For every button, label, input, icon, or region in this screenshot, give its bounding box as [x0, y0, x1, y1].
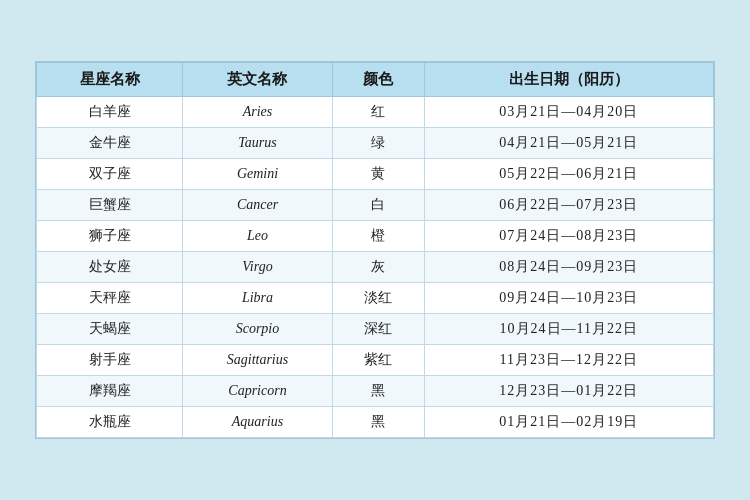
header-birth-date: 出生日期（阳历） [424, 63, 713, 97]
cell-english-name: Cancer [183, 190, 332, 221]
cell-dates: 07月24日—08月23日 [424, 221, 713, 252]
table-row: 白羊座Aries红03月21日—04月20日 [37, 97, 714, 128]
zodiac-table: 星座名称 英文名称 颜色 出生日期（阳历） 白羊座Aries红03月21日—04… [36, 62, 714, 438]
cell-color: 紫红 [332, 345, 424, 376]
cell-dates: 11月23日—12月22日 [424, 345, 713, 376]
cell-english-name: Virgo [183, 252, 332, 283]
cell-dates: 09月24日—10月23日 [424, 283, 713, 314]
cell-english-name: Aries [183, 97, 332, 128]
cell-chinese-name: 白羊座 [37, 97, 183, 128]
cell-color: 黑 [332, 376, 424, 407]
cell-english-name: Capricorn [183, 376, 332, 407]
cell-color: 绿 [332, 128, 424, 159]
cell-color: 淡红 [332, 283, 424, 314]
cell-dates: 10月24日—11月22日 [424, 314, 713, 345]
cell-dates: 05月22日—06月21日 [424, 159, 713, 190]
cell-chinese-name: 摩羯座 [37, 376, 183, 407]
table-row: 狮子座Leo橙07月24日—08月23日 [37, 221, 714, 252]
cell-color: 白 [332, 190, 424, 221]
cell-color: 红 [332, 97, 424, 128]
header-chinese-name: 星座名称 [37, 63, 183, 97]
cell-chinese-name: 双子座 [37, 159, 183, 190]
cell-english-name: Sagittarius [183, 345, 332, 376]
cell-english-name: Gemini [183, 159, 332, 190]
table-row: 射手座Sagittarius紫红11月23日—12月22日 [37, 345, 714, 376]
header-color: 颜色 [332, 63, 424, 97]
cell-chinese-name: 天秤座 [37, 283, 183, 314]
cell-chinese-name: 射手座 [37, 345, 183, 376]
table-row: 摩羯座Capricorn黑12月23日—01月22日 [37, 376, 714, 407]
table-body: 白羊座Aries红03月21日—04月20日金牛座Taurus绿04月21日—0… [37, 97, 714, 438]
cell-color: 深红 [332, 314, 424, 345]
table-row: 处女座Virgo灰08月24日—09月23日 [37, 252, 714, 283]
cell-dates: 06月22日—07月23日 [424, 190, 713, 221]
cell-english-name: Leo [183, 221, 332, 252]
cell-dates: 04月21日—05月21日 [424, 128, 713, 159]
table-row: 双子座Gemini黄05月22日—06月21日 [37, 159, 714, 190]
cell-dates: 12月23日—01月22日 [424, 376, 713, 407]
table-row: 巨蟹座Cancer白06月22日—07月23日 [37, 190, 714, 221]
cell-english-name: Libra [183, 283, 332, 314]
cell-chinese-name: 狮子座 [37, 221, 183, 252]
table-row: 水瓶座Aquarius黑01月21日—02月19日 [37, 407, 714, 438]
cell-chinese-name: 巨蟹座 [37, 190, 183, 221]
table-header-row: 星座名称 英文名称 颜色 出生日期（阳历） [37, 63, 714, 97]
cell-chinese-name: 水瓶座 [37, 407, 183, 438]
table-row: 天蝎座Scorpio深红10月24日—11月22日 [37, 314, 714, 345]
cell-english-name: Taurus [183, 128, 332, 159]
cell-chinese-name: 处女座 [37, 252, 183, 283]
cell-color: 灰 [332, 252, 424, 283]
header-english-name: 英文名称 [183, 63, 332, 97]
cell-dates: 01月21日—02月19日 [424, 407, 713, 438]
table-row: 金牛座Taurus绿04月21日—05月21日 [37, 128, 714, 159]
cell-chinese-name: 天蝎座 [37, 314, 183, 345]
cell-dates: 08月24日—09月23日 [424, 252, 713, 283]
cell-color: 黑 [332, 407, 424, 438]
table-row: 天秤座Libra淡红09月24日—10月23日 [37, 283, 714, 314]
cell-chinese-name: 金牛座 [37, 128, 183, 159]
cell-english-name: Aquarius [183, 407, 332, 438]
cell-color: 橙 [332, 221, 424, 252]
cell-color: 黄 [332, 159, 424, 190]
cell-dates: 03月21日—04月20日 [424, 97, 713, 128]
cell-english-name: Scorpio [183, 314, 332, 345]
zodiac-table-container: 星座名称 英文名称 颜色 出生日期（阳历） 白羊座Aries红03月21日—04… [35, 61, 715, 439]
